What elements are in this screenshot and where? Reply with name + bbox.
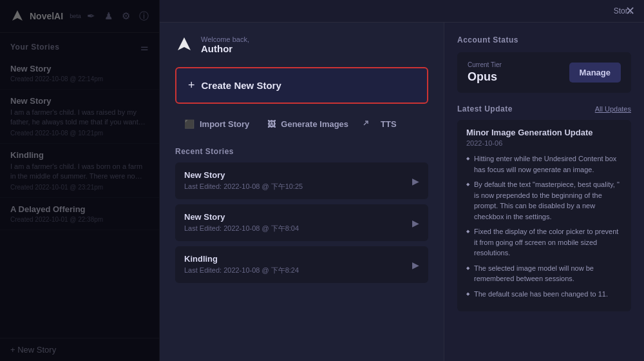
author-name: Author <box>201 43 249 54</box>
update-note: The selected image model will now be rem… <box>466 263 622 284</box>
chevron-right-icon: ▶ <box>412 218 419 228</box>
external-link-icon <box>360 120 369 129</box>
update-card: Minor Image Generation Update 2022-10-06… <box>457 120 631 311</box>
update-notes: Hitting enter while the Undesired Conten… <box>466 153 622 299</box>
update-title: Minor Image Generation Update <box>466 128 622 137</box>
list-item[interactable]: New Story Last Edited: 2022-10-08 @ 下午10… <box>175 162 428 199</box>
tier-info: Current Tier Opus <box>468 61 502 84</box>
action-row: ⬛ Import Story 🖼 Generate Images TTS <box>175 113 428 135</box>
latest-update-row: Latest Update All Updates <box>457 104 631 113</box>
list-item[interactable]: New Story Last Edited: 2022-10-08 @ 下午8:… <box>175 204 428 241</box>
manage-button[interactable]: Manage <box>569 63 621 83</box>
update-note: Fixed the display of the color picker to… <box>466 226 622 259</box>
chevron-right-icon: ▶ <box>412 176 419 186</box>
svg-marker-1 <box>178 37 191 50</box>
update-date: 2022-10-06 <box>466 139 622 147</box>
update-note: By default the text "masterpiece, best q… <box>466 179 622 222</box>
welcome-row: Welcome back, Author <box>175 35 428 54</box>
chevron-right-icon: ▶ <box>412 260 419 270</box>
close-button[interactable]: ✕ <box>625 5 635 17</box>
svg-line-2 <box>364 121 368 125</box>
import-icon: ⬛ <box>184 119 194 129</box>
modal-topbar: Stor... ✕ <box>160 0 644 23</box>
latest-update-label: Latest Update <box>457 104 513 113</box>
recent-stories-label: Recent Stories <box>175 147 428 156</box>
generate-images-button[interactable]: 🖼 Generate Images <box>258 113 357 135</box>
create-new-story-button[interactable]: + Create New Story <box>175 67 428 104</box>
update-note: The default scale has been changed to 11… <box>466 289 622 300</box>
tts-button[interactable]: TTS <box>372 113 406 135</box>
welcome-logo-icon <box>175 36 193 54</box>
tier-label: Current Tier <box>468 61 502 68</box>
create-new-label: Create New Story <box>202 80 281 91</box>
modal-dialog: Stor... ✕ Welcome back, Author + Create … <box>160 0 644 361</box>
modal-right-panel: Account Status Current Tier Opus Manage … <box>444 23 644 361</box>
update-note: Hitting enter while the Undesired Conten… <box>466 153 622 175</box>
welcome-back-label: Welcome back, <box>201 35 249 43</box>
tier-card: Current Tier Opus Manage <box>457 52 631 93</box>
tier-name: Opus <box>468 70 502 84</box>
list-item[interactable]: Kindling Last Edited: 2022-10-08 @ 下午8:2… <box>175 246 428 283</box>
all-updates-link[interactable]: All Updates <box>595 105 631 113</box>
account-status-label: Account Status <box>457 35 631 44</box>
image-icon: 🖼 <box>267 119 276 129</box>
modal-content: Welcome back, Author + Create New Story … <box>160 23 644 361</box>
welcome-text: Welcome back, Author <box>201 35 249 54</box>
plus-icon: + <box>188 79 195 92</box>
action-divider <box>357 113 372 135</box>
modal-left-panel: Welcome back, Author + Create New Story … <box>160 23 444 361</box>
import-story-button[interactable]: ⬛ Import Story <box>175 113 258 135</box>
